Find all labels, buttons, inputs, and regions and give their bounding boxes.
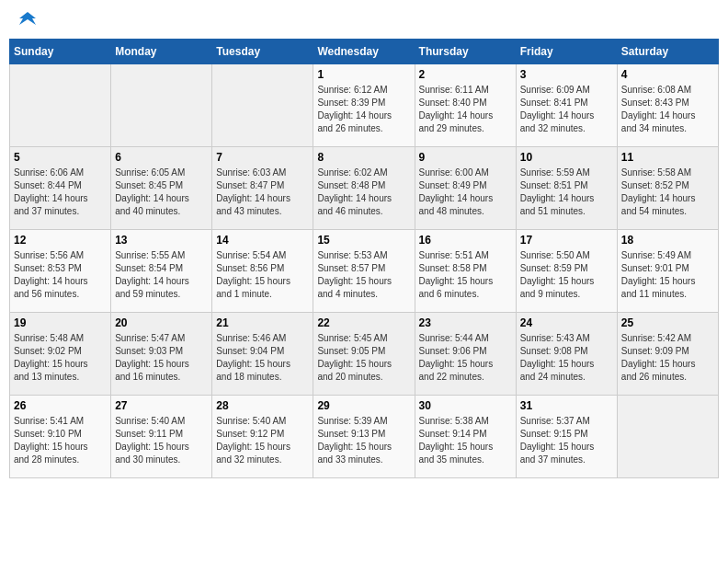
- day-info: Sunrise: 5:47 AMSunset: 9:03 PMDaylight:…: [115, 332, 208, 384]
- day-number: 4: [621, 68, 714, 81]
- calendar-cell: 21Sunrise: 5:46 AMSunset: 9:04 PMDayligh…: [212, 313, 313, 396]
- calendar-week-2: 5Sunrise: 6:06 AMSunset: 8:44 PMDaylight…: [10, 147, 719, 230]
- day-info: Sunrise: 5:48 AMSunset: 9:02 PMDaylight:…: [14, 332, 107, 384]
- day-info: Sunrise: 6:06 AMSunset: 8:44 PMDaylight:…: [14, 167, 107, 218]
- day-info: Sunrise: 5:46 AMSunset: 9:04 PMDaylight:…: [216, 332, 309, 384]
- calendar-cell: 28Sunrise: 5:40 AMSunset: 9:12 PMDayligh…: [212, 396, 313, 478]
- day-info: Sunrise: 5:54 AMSunset: 8:56 PMDaylight:…: [216, 249, 309, 301]
- day-number: 28: [216, 399, 309, 412]
- day-info: Sunrise: 5:39 AMSunset: 9:13 PMDaylight:…: [317, 415, 410, 466]
- calendar-cell: 1Sunrise: 6:12 AMSunset: 8:39 PMDaylight…: [313, 64, 415, 147]
- calendar-cell: 16Sunrise: 5:51 AMSunset: 8:58 PMDayligh…: [415, 230, 516, 313]
- day-number: 21: [216, 316, 309, 329]
- header-day-tuesday: Tuesday: [212, 40, 313, 64]
- calendar-cell: 9Sunrise: 6:00 AMSunset: 8:49 PMDaylight…: [415, 147, 516, 230]
- calendar-cell: 7Sunrise: 6:03 AMSunset: 8:47 PMDaylight…: [212, 147, 313, 230]
- day-number: 25: [621, 316, 714, 329]
- day-info: Sunrise: 6:08 AMSunset: 8:43 PMDaylight:…: [621, 84, 714, 135]
- day-info: Sunrise: 5:56 AMSunset: 8:53 PMDaylight:…: [14, 249, 107, 301]
- calendar-week-3: 12Sunrise: 5:56 AMSunset: 8:53 PMDayligh…: [10, 230, 719, 313]
- calendar-cell: [212, 64, 313, 147]
- day-number: 18: [621, 234, 714, 247]
- calendar-cell: 13Sunrise: 5:55 AMSunset: 8:54 PMDayligh…: [111, 230, 212, 313]
- day-info: Sunrise: 5:55 AMSunset: 8:54 PMDaylight:…: [115, 249, 208, 301]
- day-number: 10: [520, 151, 613, 164]
- calendar-cell: 22Sunrise: 5:45 AMSunset: 9:05 PMDayligh…: [313, 313, 415, 396]
- day-number: 1: [317, 68, 410, 81]
- calendar-cell: 14Sunrise: 5:54 AMSunset: 8:56 PMDayligh…: [212, 230, 313, 313]
- calendar-cell: [111, 64, 212, 147]
- day-number: 11: [621, 151, 714, 164]
- calendar-week-1: 1Sunrise: 6:12 AMSunset: 8:39 PMDaylight…: [10, 64, 719, 147]
- day-info: Sunrise: 5:49 AMSunset: 9:01 PMDaylight:…: [621, 249, 714, 301]
- calendar-cell: 5Sunrise: 6:06 AMSunset: 8:44 PMDaylight…: [10, 147, 111, 230]
- day-info: Sunrise: 6:05 AMSunset: 8:45 PMDaylight:…: [115, 167, 208, 218]
- day-info: Sunrise: 5:45 AMSunset: 9:05 PMDaylight:…: [317, 332, 410, 384]
- day-number: 22: [317, 316, 410, 329]
- calendar-cell: 31Sunrise: 5:37 AMSunset: 9:15 PMDayligh…: [516, 396, 617, 478]
- day-number: 9: [419, 151, 512, 164]
- day-number: 29: [317, 399, 410, 412]
- header-day-friday: Friday: [516, 40, 617, 64]
- calendar-cell: 15Sunrise: 5:53 AMSunset: 8:57 PMDayligh…: [313, 230, 415, 313]
- header-day-thursday: Thursday: [415, 40, 516, 64]
- day-info: Sunrise: 6:12 AMSunset: 8:39 PMDaylight:…: [317, 84, 410, 135]
- calendar-cell: 23Sunrise: 5:44 AMSunset: 9:06 PMDayligh…: [415, 313, 516, 396]
- day-info: Sunrise: 5:51 AMSunset: 8:58 PMDaylight:…: [419, 249, 512, 301]
- calendar-cell: 19Sunrise: 5:48 AMSunset: 9:02 PMDayligh…: [10, 313, 111, 396]
- calendar-cell: 3Sunrise: 6:09 AMSunset: 8:41 PMDaylight…: [516, 64, 617, 147]
- day-info: Sunrise: 6:03 AMSunset: 8:47 PMDaylight:…: [216, 167, 309, 218]
- calendar-table: SundayMondayTuesdayWednesdayThursdayFrid…: [9, 39, 719, 478]
- day-info: Sunrise: 6:11 AMSunset: 8:40 PMDaylight:…: [419, 84, 512, 135]
- calendar-cell: [10, 64, 111, 147]
- day-number: 7: [216, 151, 309, 164]
- day-info: Sunrise: 6:02 AMSunset: 8:48 PMDaylight:…: [317, 167, 410, 218]
- day-info: Sunrise: 5:40 AMSunset: 9:12 PMDaylight:…: [216, 415, 309, 466]
- day-number: 5: [14, 151, 107, 164]
- calendar-header: SundayMondayTuesdayWednesdayThursdayFrid…: [10, 40, 719, 64]
- day-info: Sunrise: 5:58 AMSunset: 8:52 PMDaylight:…: [621, 167, 714, 218]
- calendar-cell: 26Sunrise: 5:41 AMSunset: 9:10 PMDayligh…: [10, 396, 111, 478]
- day-info: Sunrise: 6:00 AMSunset: 8:49 PMDaylight:…: [419, 167, 512, 218]
- day-info: Sunrise: 5:50 AMSunset: 8:59 PMDaylight:…: [520, 249, 613, 301]
- calendar-cell: 6Sunrise: 6:05 AMSunset: 8:45 PMDaylight…: [111, 147, 212, 230]
- calendar-cell: 25Sunrise: 5:42 AMSunset: 9:09 PMDayligh…: [617, 313, 718, 396]
- calendar-cell: 30Sunrise: 5:38 AMSunset: 9:14 PMDayligh…: [415, 396, 516, 478]
- calendar-cell: 18Sunrise: 5:49 AMSunset: 9:01 PMDayligh…: [617, 230, 718, 313]
- day-number: 6: [115, 151, 208, 164]
- calendar-cell: 11Sunrise: 5:58 AMSunset: 8:52 PMDayligh…: [617, 147, 718, 230]
- day-info: Sunrise: 5:41 AMSunset: 9:10 PMDaylight:…: [14, 415, 107, 466]
- day-info: Sunrise: 5:43 AMSunset: 9:08 PMDaylight:…: [520, 332, 613, 384]
- day-number: 8: [317, 151, 410, 164]
- day-info: Sunrise: 5:37 AMSunset: 9:15 PMDaylight:…: [520, 415, 613, 466]
- calendar-cell: 2Sunrise: 6:11 AMSunset: 8:40 PMDaylight…: [415, 64, 516, 147]
- day-number: 30: [419, 399, 512, 412]
- day-info: Sunrise: 5:42 AMSunset: 9:09 PMDaylight:…: [621, 332, 714, 384]
- day-info: Sunrise: 5:59 AMSunset: 8:51 PMDaylight:…: [520, 167, 613, 218]
- calendar-cell: 8Sunrise: 6:02 AMSunset: 8:48 PMDaylight…: [313, 147, 415, 230]
- calendar-cell: 24Sunrise: 5:43 AMSunset: 9:08 PMDayligh…: [516, 313, 617, 396]
- calendar-cell: 20Sunrise: 5:47 AMSunset: 9:03 PMDayligh…: [111, 313, 212, 396]
- header-day-saturday: Saturday: [617, 40, 718, 64]
- day-info: Sunrise: 6:09 AMSunset: 8:41 PMDaylight:…: [520, 84, 613, 135]
- day-number: 20: [115, 316, 208, 329]
- day-number: 19: [14, 316, 107, 329]
- calendar-cell: 4Sunrise: 6:08 AMSunset: 8:43 PMDaylight…: [617, 64, 718, 147]
- calendar-cell: 29Sunrise: 5:39 AMSunset: 9:13 PMDayligh…: [313, 396, 415, 478]
- header-day-monday: Monday: [111, 40, 212, 64]
- svg-marker-0: [19, 12, 36, 25]
- logo-bird-icon: [19, 10, 36, 27]
- day-number: 15: [317, 234, 410, 247]
- header-day-sunday: Sunday: [10, 40, 111, 64]
- calendar-week-5: 26Sunrise: 5:41 AMSunset: 9:10 PMDayligh…: [10, 396, 719, 478]
- day-number: 31: [520, 399, 613, 412]
- calendar-cell: 12Sunrise: 5:56 AMSunset: 8:53 PMDayligh…: [10, 230, 111, 313]
- calendar-body: 1Sunrise: 6:12 AMSunset: 8:39 PMDaylight…: [10, 64, 719, 478]
- day-number: 12: [14, 234, 107, 247]
- page-header: [9, 9, 719, 29]
- calendar-cell: 10Sunrise: 5:59 AMSunset: 8:51 PMDayligh…: [516, 147, 617, 230]
- day-number: 16: [419, 234, 512, 247]
- day-number: 3: [520, 68, 613, 81]
- day-number: 27: [115, 399, 208, 412]
- header-day-wednesday: Wednesday: [313, 40, 415, 64]
